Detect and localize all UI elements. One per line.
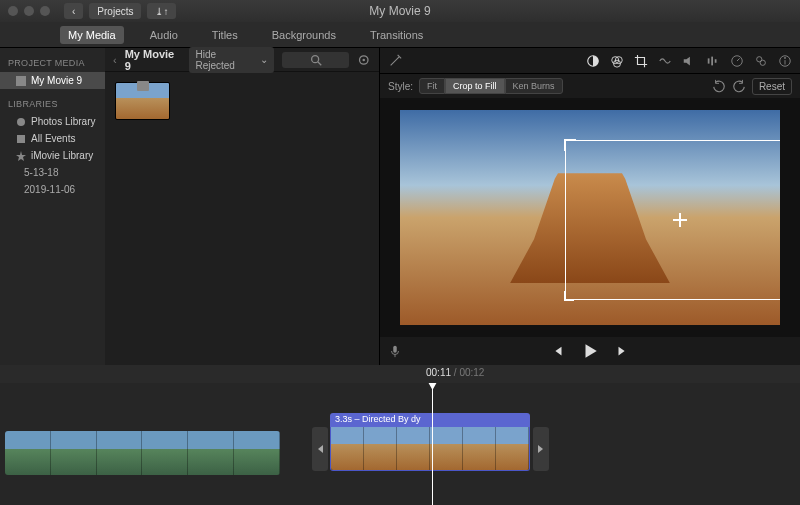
crop-rect[interactable] [565,140,780,300]
tab-backgrounds[interactable]: Backgrounds [264,26,344,44]
media-browser: ‹ My Movie 9 Hide Rejected ⌄ [105,48,380,365]
chevron-left-icon[interactable]: ‹ [113,54,117,66]
sidebar-item-label: All Events [31,133,75,144]
sidebar-item-imovie-library[interactable]: iMovie Library [0,147,105,164]
style-fit[interactable]: Fit [419,78,445,94]
chevron-down-icon: ⌄ [260,54,268,65]
timecode-total: 00:12 [459,367,484,378]
timecode-row: 00:11 / 00:12 [0,365,800,383]
window-title: My Movie 9 [369,4,430,18]
preview-frame [400,110,780,325]
noise-reduction-icon[interactable] [706,54,720,68]
projects-button[interactable]: Projects [89,3,141,19]
import-button[interactable]: ⤓↑ [147,3,176,19]
svg-point-4 [311,55,318,62]
timeline-clip-2[interactable]: 3.3s – Directed By dy [330,413,530,471]
sidebar-project[interactable]: My Movie 9 [0,72,105,89]
settings-icon[interactable] [357,53,371,67]
next-icon[interactable] [615,344,629,358]
tab-transitions[interactable]: Transitions [362,26,431,44]
timecode: 00:11 / 00:12 [426,367,484,378]
sidebar-item-photos[interactable]: Photos Library [0,113,105,130]
browser-title: My Movie 9 [125,48,182,72]
skip-start-icon [315,444,325,454]
sidebar-item-label: iMovie Library [31,150,93,161]
enhance-icon[interactable] [388,54,402,68]
speed-icon[interactable] [730,54,744,68]
clip-title-bar[interactable]: 3.3s – Directed By dy [330,413,530,427]
timeline-clip-1[interactable] [5,431,280,475]
stabilize-icon[interactable] [658,54,672,68]
style-row: Style: Fit Crop to Fill Ken Burns Reset [380,74,800,98]
svg-point-1 [17,118,25,126]
skip-end-icon [536,444,546,454]
sidebar-event-1[interactable]: 2019-11-06 [0,181,105,198]
star-icon [16,151,26,161]
playback-controls [380,337,800,365]
clapper-icon [16,76,26,86]
svg-point-17 [760,60,765,65]
media-thumbnail[interactable] [115,82,170,120]
svg-rect-21 [393,346,397,353]
tab-audio[interactable]: Audio [142,26,186,44]
reset-button[interactable]: Reset [752,78,792,95]
timecode-current: 00:11 [426,367,451,378]
playhead[interactable] [432,383,433,505]
svg-rect-12 [708,58,710,63]
zoom-dot[interactable] [40,6,50,16]
tab-my-media[interactable]: My Media [60,26,124,44]
viewer-canvas[interactable] [380,98,800,337]
filter-dropdown[interactable]: Hide Rejected ⌄ [189,47,273,73]
close-dot[interactable] [8,6,18,16]
traffic-lights[interactable] [8,6,50,16]
style-segmented[interactable]: Fit Crop to Fill Ken Burns [419,78,563,94]
microphone-icon[interactable] [388,344,402,358]
svg-marker-3 [16,151,26,161]
window-titlebar: ‹ Projects ⤓↑ My Movie 9 [0,0,800,22]
crop-icon[interactable] [634,54,648,68]
minimize-dot[interactable] [24,6,34,16]
events-icon [16,134,26,144]
sidebar-item-all-events[interactable]: All Events [0,130,105,147]
svg-rect-13 [711,56,713,65]
prev-icon[interactable] [551,344,565,358]
section-libraries: LIBRARIES [0,95,105,113]
filter-icon[interactable] [754,54,768,68]
sidebar-event-0[interactable]: 5-13-18 [0,164,105,181]
svg-line-5 [317,61,321,65]
svg-rect-14 [715,59,717,63]
search-icon [309,53,323,67]
color-balance-icon[interactable] [586,54,600,68]
photos-icon [16,117,26,127]
style-label: Style: [388,81,413,92]
section-project-media: PROJECT MEDIA [0,54,105,72]
filter-label: Hide Rejected [195,49,255,71]
search-input[interactable] [282,52,350,68]
tab-titles[interactable]: Titles [204,26,246,44]
crop-center-icon[interactable] [673,213,687,227]
clip-edge-left[interactable] [312,427,328,471]
library-sidebar: PROJECT MEDIA My Movie 9 LIBRARIES Photo… [0,48,105,365]
info-icon[interactable] [778,54,792,68]
rotate-ccw-icon[interactable] [712,79,726,93]
viewer-toolbar [380,48,800,74]
color-correction-icon[interactable] [610,54,624,68]
rotate-cw-icon[interactable] [732,79,746,93]
svg-rect-2 [17,135,25,143]
play-icon[interactable] [581,342,599,360]
timeline[interactable]: 3.3s – Directed By dy [0,383,800,505]
sidebar-project-label: My Movie 9 [31,75,82,86]
browser-tabs: My Media Audio Titles Backgrounds Transi… [0,22,800,48]
style-ken-burns[interactable]: Ken Burns [505,78,563,94]
svg-rect-0 [16,76,26,86]
svg-point-20 [784,57,786,59]
svg-point-7 [363,58,366,61]
sidebar-item-label: Photos Library [31,116,95,127]
volume-icon[interactable] [682,54,696,68]
back-button[interactable]: ‹ [64,3,83,19]
viewer-panel: Style: Fit Crop to Fill Ken Burns Reset [380,48,800,365]
style-crop-to-fill[interactable]: Crop to Fill [445,78,505,94]
clip-edge-right[interactable] [533,427,549,471]
